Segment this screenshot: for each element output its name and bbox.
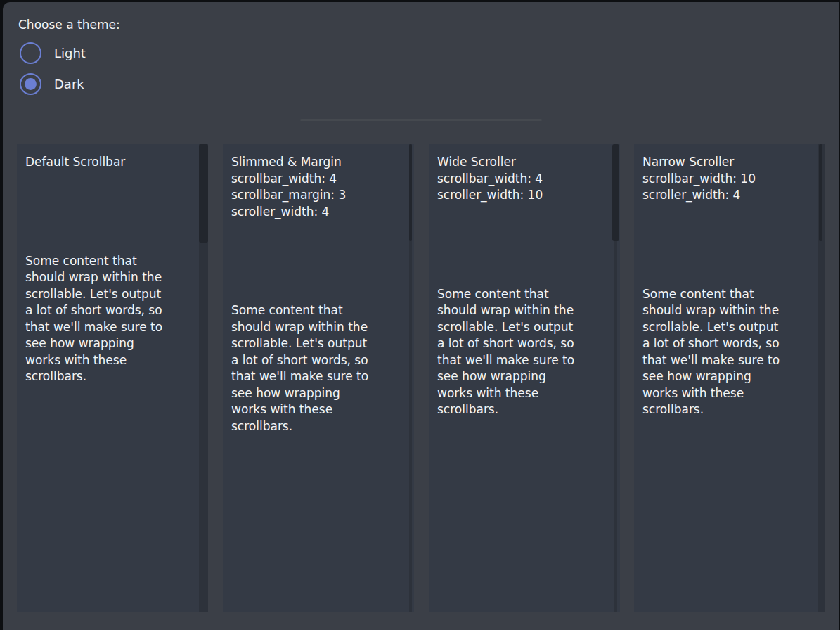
panel-config: scrollbar_width: 4 scrollbar_margin: 3 s…: [231, 171, 406, 221]
panel-title: Default Scrollbar: [25, 154, 200, 171]
panel-content: Some content that should wrap within the…: [437, 286, 612, 418]
panel-title: Narrow Scroller: [642, 154, 817, 171]
panel-content: Some content that should wrap within the…: [25, 253, 200, 385]
panel-content: Some content that should wrap within the…: [642, 286, 817, 418]
panel-title: Slimmed & Margin: [231, 154, 406, 171]
theme-chooser-label: Choose a theme:: [18, 18, 120, 32]
panel-narrow-scroller[interactable]: Narrow Scroller scrollbar_width: 10 scro…: [634, 144, 825, 612]
scrollbar-thumb[interactable]: [612, 144, 619, 241]
radio-dot-icon: [25, 78, 37, 90]
radio-selected-icon[interactable]: [20, 73, 41, 95]
panel-config: scrollbar_width: 10 scroller_width: 4: [642, 171, 817, 204]
radio-option-light[interactable]: Light: [20, 42, 86, 64]
radio-option-dark[interactable]: Dark: [20, 73, 84, 95]
panel-default-scrollbar[interactable]: Default Scrollbar Some content that shou…: [17, 144, 208, 612]
panel-wide-scroller[interactable]: Wide Scroller scrollbar_width: 4 scrolle…: [429, 144, 620, 612]
panel-slimmed-margin[interactable]: Slimmed & Margin scrollbar_width: 4 scro…: [223, 144, 414, 612]
app-window: Choose a theme: Light Dark Default Scrol…: [3, 2, 839, 630]
panel-title: Wide Scroller: [437, 154, 612, 171]
radio-unselected-icon[interactable]: [20, 42, 41, 64]
scrollbar-thumb[interactable]: [409, 144, 412, 241]
panel-config: scrollbar_width: 4 scroller_width: 10: [437, 171, 612, 204]
panel-content: Some content that should wrap within the…: [231, 302, 406, 435]
section-divider: [300, 119, 542, 121]
scrollbar-thumb[interactable]: [819, 144, 822, 241]
radio-label-light: Light: [54, 46, 86, 60]
radio-label-dark: Dark: [54, 77, 84, 91]
scrollbar-thumb[interactable]: [199, 144, 208, 243]
